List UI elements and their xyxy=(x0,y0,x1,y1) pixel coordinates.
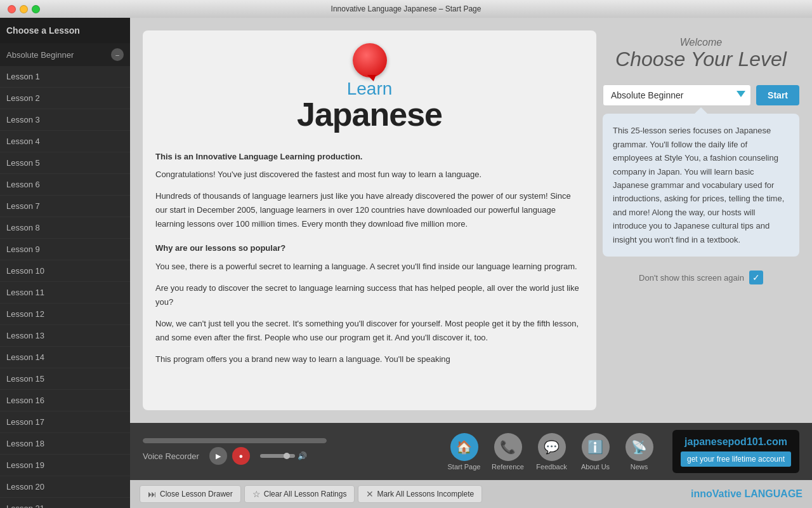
brand-suffix: .com xyxy=(764,436,787,447)
sidebar-lesson-item[interactable]: Lesson 18 xyxy=(0,433,130,455)
nav-label-about-us: About Us xyxy=(581,463,610,471)
player-label: Voice Recorder xyxy=(143,451,199,461)
dont-show-text: Don't show this screen again xyxy=(639,273,744,283)
sidebar-lesson-item[interactable]: Lesson 14 xyxy=(0,347,130,368)
sidebar-lesson-item[interactable]: Lesson 15 xyxy=(0,368,130,390)
nav-circle-about-us: ℹ️ xyxy=(582,433,610,461)
footer-btn-close-drawer[interactable]: ⏭Close Lesson Drawer xyxy=(140,485,241,503)
sidebar-lesson-item[interactable]: Lesson 2 xyxy=(0,88,130,109)
right-panel: Welcome Choose Your Level Absolute Begin… xyxy=(603,30,799,410)
nav-icon-news[interactable]: 📡News xyxy=(619,433,660,471)
window-title: Innovative Language Japanese – Start Pag… xyxy=(331,4,481,13)
logo-area: Learn Japanese xyxy=(155,43,584,131)
main-panel: Learn Japanese This is an Innovative Lan… xyxy=(130,18,812,423)
sidebar-lesson-item[interactable]: Lesson 3 xyxy=(0,109,130,131)
nav-icon-reference[interactable]: 📞Reference xyxy=(487,433,528,471)
footer-btn-mark-incomplete[interactable]: ✕Mark All Lessons Incomplete xyxy=(358,485,482,503)
sidebar-lesson-item[interactable]: Lesson 8 xyxy=(0,217,130,239)
sidebar-level-row: Absolute Beginner – xyxy=(0,43,130,66)
lesson-list: Lesson 1Lesson 2Lesson 3Lesson 4Lesson 5… xyxy=(0,66,130,508)
record-button[interactable]: ● xyxy=(232,447,250,465)
footer-bar: ⏭Close Lesson Drawer☆Clear All Lesson Ra… xyxy=(130,480,812,508)
sidebar: Choose a Lesson Absolute Beginner – Less… xyxy=(0,18,130,508)
footer-icon-close-drawer: ⏭ xyxy=(148,489,157,499)
dont-show-checkbox[interactable]: ✓ xyxy=(749,271,763,284)
sidebar-lesson-item[interactable]: Lesson 16 xyxy=(0,390,130,411)
footer-brand: innoVative LANGUAGE xyxy=(691,488,802,500)
player-controls: Voice Recorder ▶ ● 🔊 xyxy=(143,447,431,465)
sidebar-lesson-item[interactable]: Lesson 5 xyxy=(0,152,130,174)
nav-icon-about-us[interactable]: ℹ️About Us xyxy=(575,433,616,471)
logo-learn: Learn xyxy=(347,80,393,98)
level-dropdown[interactable]: Absolute BeginnerBeginnerIntermediateAdv… xyxy=(603,84,751,106)
brand-prefix: japanese xyxy=(684,436,728,447)
footer-brand-prefix: inno xyxy=(691,488,712,499)
progress-bar[interactable] xyxy=(143,438,327,443)
footer-brand-highlight: Vative xyxy=(712,488,742,499)
bottom-bar: Voice Recorder ▶ ● 🔊 🏠Start Page📞Referen… xyxy=(130,423,812,480)
brand-section: japanesepod101.com get your free lifetim… xyxy=(672,430,799,473)
sidebar-lesson-item[interactable]: Lesson 4 xyxy=(0,131,130,152)
sidebar-lesson-item[interactable]: Lesson 19 xyxy=(0,455,130,476)
sidebar-lesson-item[interactable]: Lesson 10 xyxy=(0,260,130,282)
volume-icon: 🔊 xyxy=(298,451,307,460)
sidebar-header: Choose a Lesson xyxy=(0,18,130,43)
choose-level-text: Choose Your Level xyxy=(603,48,799,70)
footer-icon-mark-incomplete: ✕ xyxy=(366,489,374,499)
footer-icon-clear-ratings: ☆ xyxy=(252,489,261,499)
footer-label-close-drawer: Close Lesson Drawer xyxy=(160,490,233,498)
player-section: Voice Recorder ▶ ● 🔊 xyxy=(143,438,431,465)
title-bar: Innovative Language Japanese – Start Pag… xyxy=(0,0,812,18)
nav-circle-news: 📡 xyxy=(625,433,653,461)
sidebar-lesson-item[interactable]: Lesson 21 xyxy=(0,498,130,508)
intro-heading: This is an Innovative Language Learning … xyxy=(155,150,584,164)
sidebar-lesson-item[interactable]: Lesson 17 xyxy=(0,411,130,433)
nav-circle-start-page: 🏠 xyxy=(450,433,478,461)
level-select-row: Absolute BeginnerBeginnerIntermediateAdv… xyxy=(603,84,799,106)
nav-label-start-page: Start Page xyxy=(448,463,481,471)
sidebar-lesson-item[interactable]: Lesson 9 xyxy=(0,239,130,260)
para4: Are you ready to discover the secret to … xyxy=(155,281,584,309)
footer-label-mark-incomplete: Mark All Lessons Incomplete xyxy=(377,490,474,498)
close-button[interactable] xyxy=(8,5,16,13)
welcome-section: Welcome Choose Your Level xyxy=(603,30,799,77)
nav-label-reference: Reference xyxy=(492,463,524,471)
footer-btn-clear-ratings[interactable]: ☆Clear All Lesson Ratings xyxy=(244,485,355,503)
sidebar-lesson-item[interactable]: Lesson 11 xyxy=(0,282,130,304)
start-button[interactable]: Start xyxy=(756,85,799,105)
window-controls[interactable] xyxy=(8,5,40,13)
nav-label-news: News xyxy=(631,463,648,471)
volume-area: 🔊 xyxy=(260,451,307,460)
maximize-button[interactable] xyxy=(32,5,40,13)
volume-handle xyxy=(284,453,290,459)
brand-domain: japanesepod101.com xyxy=(684,436,787,448)
content-body: This is an Innovative Language Learning … xyxy=(155,150,584,366)
sidebar-collapse-button[interactable]: – xyxy=(111,48,124,61)
para3: You see, there is a powerful secret to l… xyxy=(155,260,584,274)
dont-show-row: Don't show this screen again ✓ xyxy=(603,271,799,284)
main-container: Choose a Lesson Absolute Beginner – Less… xyxy=(0,18,812,508)
nav-icon-start-page[interactable]: 🏠Start Page xyxy=(443,433,485,471)
sidebar-lesson-item[interactable]: Lesson 12 xyxy=(0,304,130,325)
play-button[interactable]: ▶ xyxy=(209,447,227,465)
para2: Hundreds of thousands of language learne… xyxy=(155,189,584,231)
minimize-button[interactable] xyxy=(20,5,28,13)
progress-fill xyxy=(143,438,327,443)
description-bubble: This 25-lesson series focuses on Japanes… xyxy=(603,114,799,257)
heading1: Why are our lessons so popular? xyxy=(155,241,584,255)
sidebar-lesson-item[interactable]: Lesson 6 xyxy=(0,174,130,196)
nav-label-feedback: Feedback xyxy=(536,463,566,471)
brand-cta[interactable]: get your free lifetime account xyxy=(681,451,791,467)
sidebar-lesson-item[interactable]: Lesson 13 xyxy=(0,325,130,347)
sidebar-lesson-item[interactable]: Lesson 1 xyxy=(0,66,130,88)
nav-circle-feedback: 💬 xyxy=(538,433,566,461)
left-content: Learn Japanese This is an Innovative Lan… xyxy=(143,30,596,410)
content-area: Learn Japanese This is an Innovative Lan… xyxy=(130,18,812,508)
sidebar-lesson-item[interactable]: Lesson 7 xyxy=(0,196,130,217)
nav-icon-feedback[interactable]: 💬Feedback xyxy=(531,433,572,471)
volume-bar[interactable] xyxy=(260,454,295,458)
para1: Congratulations! You've just discovered … xyxy=(155,168,584,182)
nav-circle-reference: 📞 xyxy=(494,433,522,461)
sidebar-lesson-item[interactable]: Lesson 20 xyxy=(0,476,130,498)
footer-brand-suffix: LANGUAGE xyxy=(742,488,802,499)
